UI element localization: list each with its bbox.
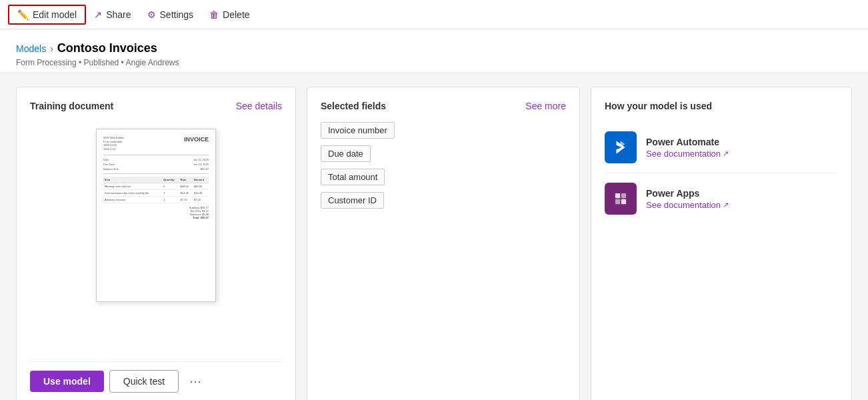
- invoice-title: INVOICE: [184, 136, 209, 151]
- settings-button[interactable]: ⚙ Settings: [139, 6, 202, 23]
- edit-icon: ✏️: [17, 9, 29, 20]
- power-automate-info: Power Automate See documentation ↗: [646, 137, 729, 159]
- see-details-link[interactable]: See details: [236, 101, 282, 111]
- power-automate-item: Power Automate See documentation ↗: [605, 122, 838, 173]
- delete-icon: 🗑: [209, 9, 219, 20]
- power-apps-link-label: See documentation: [646, 200, 721, 210]
- breadcrumb-area: Models › Contoso Invoices Form Processin…: [0, 29, 868, 73]
- svg-rect-2: [615, 193, 620, 198]
- see-more-link[interactable]: See more: [525, 101, 566, 111]
- svg-rect-3: [621, 193, 626, 198]
- delete-button[interactable]: 🗑 Delete: [201, 6, 257, 23]
- share-label: Share: [106, 9, 131, 20]
- edit-model-button[interactable]: ✏️ Edit model: [8, 5, 86, 25]
- external-link-icon-2: ↗: [723, 201, 729, 209]
- model-usage-card: How your model is used Power Automate Se…: [591, 87, 852, 400]
- breadcrumb-sub: Form Processing • Published • Angie Andr…: [16, 58, 852, 67]
- power-apps-info: Power Apps See documentation ↗: [646, 188, 729, 210]
- breadcrumb-separator: ›: [50, 43, 53, 54]
- page-title: Contoso Invoices: [57, 41, 157, 55]
- toolbar: ✏️ Edit model ↗ Share ⚙ Settings 🗑 Delet…: [0, 0, 868, 29]
- share-button[interactable]: ↗ Share: [86, 6, 139, 23]
- svg-rect-4: [615, 199, 620, 204]
- power-automate-icon: [605, 131, 637, 163]
- power-apps-name: Power Apps: [646, 188, 729, 199]
- power-automate-docs-link[interactable]: See documentation ↗: [646, 149, 729, 159]
- invoice-table: ItemQuantityRateAmount Meeting room hire…: [103, 177, 209, 203]
- training-card-title: Training document: [30, 101, 113, 111]
- more-options-button[interactable]: ⋯: [184, 371, 207, 391]
- training-document-card: Training document See details 9997 Welt …: [16, 87, 296, 400]
- invoice-totals: Subtotal: $63.77 Tax (2%): $1.27 Discoun…: [103, 206, 209, 219]
- fields-list: Invoice number Due date Total amount Cus…: [321, 122, 566, 215]
- training-card-footer: Use model Quick test ⋯: [30, 361, 282, 393]
- field-total-amount: Total amount: [321, 169, 385, 185]
- fields-card-title: Selected fields: [321, 101, 386, 111]
- models-link[interactable]: Models: [16, 43, 46, 54]
- power-apps-docs-link[interactable]: See documentation ↗: [646, 200, 729, 210]
- main-content: Training document See details 9997 Welt …: [0, 73, 868, 400]
- power-automate-link-label: See documentation: [646, 149, 721, 159]
- use-model-button[interactable]: Use model: [30, 371, 104, 392]
- power-apps-item: Power Apps See documentation ↗: [605, 173, 838, 224]
- field-invoice-number: Invoice number: [321, 122, 395, 139]
- field-due-date: Due date: [321, 145, 371, 162]
- quick-test-button[interactable]: Quick test: [109, 370, 179, 393]
- usage-card-header: How your model is used: [605, 101, 838, 111]
- invoice-address: 9997 Welt BuffaloFort Lauderdale1983-03-…: [103, 136, 124, 151]
- settings-icon: ⚙: [147, 9, 156, 20]
- usage-card-title: How your model is used: [605, 101, 712, 111]
- field-customer-id: Customer ID: [321, 192, 384, 209]
- training-card-header: Training document See details: [30, 101, 282, 111]
- fields-card-header: Selected fields See more: [321, 101, 566, 111]
- delete-label: Delete: [223, 9, 249, 20]
- external-link-icon: ↗: [723, 149, 729, 158]
- invoice-document: 9997 Welt BuffaloFort Lauderdale1983-03-…: [96, 129, 216, 302]
- breadcrumb: Models › Contoso Invoices: [16, 41, 852, 55]
- share-icon: ↗: [94, 9, 102, 20]
- svg-rect-5: [621, 199, 626, 204]
- power-automate-name: Power Automate: [646, 137, 729, 147]
- power-apps-icon: [605, 183, 637, 215]
- selected-fields-card: Selected fields See more Invoice number …: [307, 87, 580, 400]
- document-preview: 9997 Welt BuffaloFort Lauderdale1983-03-…: [30, 122, 282, 351]
- settings-label: Settings: [160, 9, 194, 20]
- edit-model-label: Edit model: [33, 9, 77, 20]
- invoice-details: DateJun 21, 2020 Due DateJun 24, 2020 Ba…: [103, 158, 209, 171]
